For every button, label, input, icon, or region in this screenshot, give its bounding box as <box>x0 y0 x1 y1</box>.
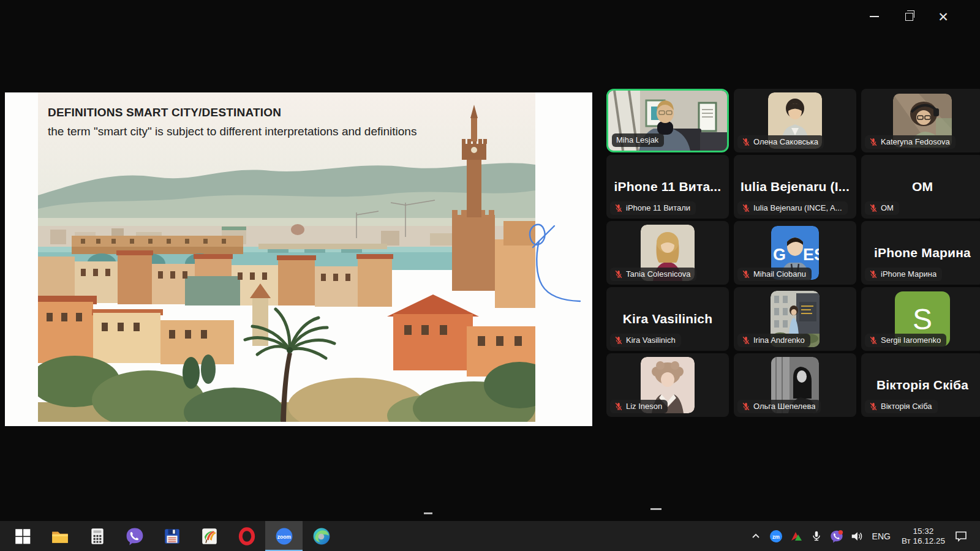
participant-tile[interactable]: Liz Ineson <box>606 353 729 417</box>
participant-tile[interactable]: Irina Andrenko <box>734 287 856 351</box>
microphone-tray-icon[interactable] <box>809 528 824 544</box>
zoom-icon: zoom <box>275 527 293 545</box>
calculator-icon <box>88 527 107 545</box>
image-viewer-button[interactable] <box>190 521 228 551</box>
umbrella-icon <box>200 527 219 545</box>
floppy-disk-icon <box>163 527 181 545</box>
restore-button[interactable] <box>895 9 923 24</box>
participant-name: Miha Lesjak <box>616 135 658 144</box>
participant-name-label: Sergii Iaromenko <box>865 334 946 347</box>
participant-tile[interactable]: iPhone Марина iPhone Марина <box>861 221 980 285</box>
edge-button[interactable] <box>303 521 340 551</box>
participant-name: iPhone 11 Витали <box>626 203 690 212</box>
start-button[interactable] <box>4 521 41 551</box>
slide-title: DEFINITIONS SMART CITY/DESTINATION <box>48 106 417 119</box>
avatar-initial: S <box>913 303 932 335</box>
minimize-button[interactable] <box>860 9 888 24</box>
overlay-tray-icon[interactable] <box>788 528 804 544</box>
viber-tray-icon[interactable] <box>829 528 845 544</box>
participant-name-label: Kateryna Fedosova <box>865 135 956 149</box>
participant-name: iPhone Марина <box>881 269 937 279</box>
participant-name: Liz Ineson <box>626 402 662 411</box>
zoom-meeting-window: { "slide": { "title": "DEFINITIONS SMART… <box>0 0 980 551</box>
action-center-icon[interactable] <box>953 528 969 544</box>
participant-tile[interactable]: Kateryna Fedosova <box>861 89 980 152</box>
participant-tile[interactable]: Iulia Bejenaru (I... Iulia Bejenaru (INC… <box>734 155 856 219</box>
viber-icon <box>126 527 144 545</box>
participant-name-label: Miha Lesjak <box>612 133 664 147</box>
participant-name: Mihail Ciobanu <box>753 269 806 279</box>
muted-mic-icon <box>614 204 623 212</box>
participant-name: Ольга Шепелева <box>753 402 815 411</box>
participant-name-label: Вікторія Скіба <box>865 400 938 413</box>
participant-tile[interactable]: S Sergii Iaromenko <box>861 287 980 351</box>
slide-text-block: DEFINITIONS SMART CITY/DESTINATION the t… <box>48 106 417 138</box>
volume-tray-icon[interactable] <box>849 528 865 544</box>
viber-button[interactable] <box>116 521 153 551</box>
opera-button[interactable] <box>228 521 265 551</box>
participant-name: Kateryna Fedosova <box>881 137 950 146</box>
participant-name-label: Mihail Ciobanu <box>737 268 812 281</box>
participant-name: Вікторія Скіба <box>881 402 932 411</box>
muted-mic-icon <box>742 402 750 411</box>
muted-mic-icon <box>869 138 878 146</box>
folder-icon <box>51 527 69 545</box>
muted-mic-icon <box>869 336 878 345</box>
participant-name: Sergii Iaromenko <box>881 335 941 345</box>
participant-tile[interactable]: Tania Colesnicova <box>606 221 729 285</box>
windows-taskbar: zoom zm <box>0 521 980 551</box>
florence-cityscape-image: DEFINITIONS SMART CITY/DESTINATION the t… <box>38 92 535 422</box>
participant-tile[interactable]: Kira Vasilinich Kira Vasilinich <box>606 287 729 351</box>
muted-mic-icon <box>869 402 878 411</box>
participant-tile[interactable]: iPhone 11 Вита... iPhone 11 Витали <box>606 155 729 219</box>
avatar-background-text: G <box>773 246 786 264</box>
windows-logo-icon <box>13 527 32 545</box>
participant-name-label: Kira Vasilinich <box>610 334 681 347</box>
participant-tile[interactable]: OM OM <box>861 155 980 219</box>
participant-name-label: OM <box>865 201 899 215</box>
participant-tile[interactable]: Ольга Шепелева <box>734 353 856 417</box>
participant-name-label: Liz Ineson <box>610 400 668 413</box>
muted-mic-icon <box>742 204 750 212</box>
participant-name-label: iPhone Марина <box>865 268 942 281</box>
shared-screen-slide: DEFINITIONS SMART CITY/DESTINATION the t… <box>5 92 592 426</box>
participant-name: Kira Vasilinich <box>626 335 676 345</box>
hidden-icons-chevron[interactable] <box>748 528 764 544</box>
slide-subtitle: the term "smart city" is subject to diff… <box>48 125 417 138</box>
participant-name: Irina Andrenko <box>753 335 805 345</box>
edge-icon <box>312 527 331 545</box>
participant-name-label: Олена Саковська <box>737 135 824 149</box>
save-app-button[interactable] <box>153 521 190 551</box>
participant-tile-active-speaker[interactable]: Miha Lesjak <box>606 89 729 152</box>
window-fragment <box>424 512 432 514</box>
participant-name: Tania Colesnicova <box>626 269 691 279</box>
clock[interactable]: 15:32 Вт 16.12.25 <box>898 527 949 546</box>
participant-tile[interactable]: Вікторія Скіба Вікторія Скіба <box>861 353 980 417</box>
taskbar-apps: zoom <box>0 521 340 551</box>
muted-mic-icon <box>614 336 623 345</box>
participant-name: Iulia Bejenaru (INCE, A... <box>753 203 842 212</box>
muted-mic-icon <box>742 270 750 279</box>
participant-tile[interactable]: G ES Mihail Ciobanu <box>734 221 856 285</box>
clock-date: Вт 16.12.25 <box>902 536 945 546</box>
participant-name-label: iPhone 11 Витали <box>610 201 696 215</box>
participant-name: Олена Саковська <box>753 137 818 146</box>
system-tray: zm <box>748 521 969 551</box>
participant-name-label: Iulia Bejenaru (INCE, A... <box>737 201 848 215</box>
muted-mic-icon <box>869 204 878 212</box>
participant-tile[interactable]: Олена Саковська <box>734 89 856 152</box>
participant-name-label: Tania Colesnicova <box>610 268 696 281</box>
zoom-tray-icon[interactable]: zm <box>768 528 784 544</box>
muted-mic-icon <box>869 270 878 279</box>
file-explorer-button[interactable] <box>41 521 78 551</box>
calculator-button[interactable] <box>78 521 116 551</box>
muted-mic-icon <box>614 402 623 411</box>
language-indicator[interactable]: ENG <box>869 531 894 541</box>
muted-mic-icon <box>614 270 623 279</box>
opera-icon <box>238 527 256 545</box>
close-button[interactable]: ✕ <box>929 9 957 24</box>
participant-name-label: Ольга Шепелева <box>737 400 821 413</box>
zoom-app-button[interactable]: zoom <box>265 521 303 551</box>
svg-text:zoom: zoom <box>277 533 291 539</box>
avatar-background-text: ES <box>803 246 819 264</box>
